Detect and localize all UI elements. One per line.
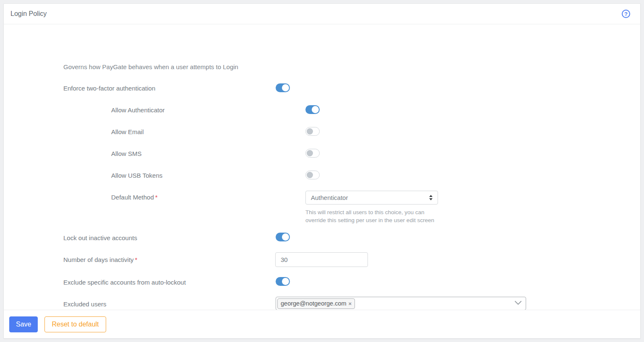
allow-sms-label: Allow SMS <box>111 150 142 158</box>
toggle-knob <box>312 106 319 113</box>
page-title: Login Policy <box>10 10 47 18</box>
reset-to-default-button[interactable]: Reset to default <box>44 316 106 332</box>
default-method-value: Authenticator <box>311 194 348 201</box>
toggle-knob <box>307 172 313 178</box>
excluded-users-multiselect[interactable]: george@notgeorge.com × <box>276 297 526 310</box>
exclude-accounts-label: Exclude specific accounts from auto-lock… <box>63 279 186 286</box>
required-marker: * <box>135 256 138 263</box>
save-button[interactable]: Save <box>9 316 38 332</box>
days-inactivity-input[interactable] <box>275 252 368 267</box>
excluded-user-tag: george@notgeorge.com × <box>277 298 355 309</box>
required-marker: * <box>155 194 158 201</box>
days-inactivity-label-text: Number of days inactivity <box>63 256 134 263</box>
enforce-2fa-label: Enforce two-factor authentication <box>63 85 155 92</box>
card-header: Login Policy ? <box>4 4 640 24</box>
card-footer: Save Reset to default <box>4 310 640 338</box>
toggle-knob <box>282 278 289 285</box>
allow-sms-toggle[interactable] <box>305 149 320 158</box>
allow-authenticator-toggle[interactable] <box>305 105 320 114</box>
exclude-accounts-toggle[interactable] <box>276 277 290 286</box>
allow-email-label: Allow Email <box>111 128 144 136</box>
default-method-select[interactable]: Authenticator <box>305 191 438 205</box>
toggle-knob <box>307 150 313 156</box>
help-icon[interactable]: ? <box>622 10 630 18</box>
intro-text: Governs how PayGate behaves when a user … <box>63 63 238 70</box>
allow-authenticator-label: Allow Authenticator <box>111 106 165 114</box>
card-body: Governs how PayGate behaves when a user … <box>4 25 640 310</box>
allow-usb-tokens-label: Allow USB Tokens <box>111 172 162 179</box>
allow-usb-tokens-toggle[interactable] <box>305 171 320 179</box>
select-updown-icon <box>429 195 433 200</box>
lock-out-inactive-label: Lock out inactive accounts <box>63 234 137 242</box>
default-method-help: This will restrict all users to this cho… <box>305 208 436 224</box>
days-inactivity-label: Number of days inactivity* <box>63 256 137 264</box>
excluded-user-tag-text: george@notgeorge.com <box>281 300 347 307</box>
toggle-knob <box>282 233 289 241</box>
enforce-2fa-toggle[interactable] <box>276 83 290 92</box>
default-method-label: Default Method* <box>111 194 158 201</box>
allow-email-toggle[interactable] <box>305 127 320 136</box>
excluded-users-label: Excluded users <box>63 301 107 308</box>
lock-out-inactive-toggle[interactable] <box>276 233 290 241</box>
chevron-down-icon[interactable] <box>515 301 521 305</box>
toggle-knob <box>307 128 313 135</box>
default-method-label-text: Default Method <box>111 194 154 201</box>
remove-tag-icon[interactable]: × <box>349 301 352 307</box>
login-policy-card: Login Policy ? Governs how PayGate behav… <box>3 3 641 339</box>
toggle-knob <box>282 84 289 91</box>
